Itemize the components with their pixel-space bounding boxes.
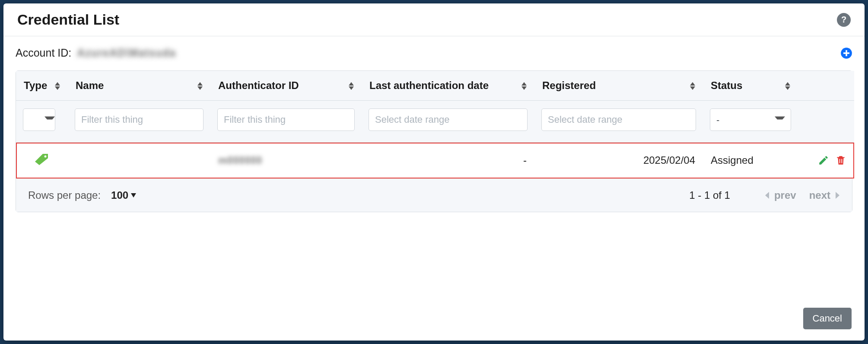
- credential-table: Type Name: [16, 70, 852, 212]
- pager-range: 1 - 1 of 1: [689, 189, 730, 201]
- svg-marker-9: [349, 86, 354, 90]
- col-header-type-label: Type: [24, 80, 47, 91]
- svg-marker-4: [55, 82, 60, 86]
- sort-toggle-name[interactable]: [197, 82, 203, 90]
- col-header-registered-label: Registered: [542, 80, 596, 91]
- cell-name: [68, 143, 210, 178]
- col-header-lastauth-label: Last authentication date: [369, 80, 489, 91]
- col-header-last-auth[interactable]: Last authentication date: [362, 71, 534, 101]
- rows-per-page-select[interactable]: 100: [111, 189, 136, 201]
- col-header-status[interactable]: Status: [703, 71, 798, 101]
- cell-status: Assigned: [703, 143, 798, 178]
- help-icon[interactable]: ?: [837, 13, 851, 27]
- filter-lastauth-input[interactable]: [369, 108, 528, 131]
- caret-down-icon: [197, 86, 203, 90]
- rows-per-page-value: 100: [111, 189, 128, 201]
- add-credential-button[interactable]: [840, 47, 852, 59]
- chevron-right-icon: [835, 192, 840, 199]
- svg-marker-12: [690, 82, 695, 86]
- col-header-status-label: Status: [711, 80, 742, 91]
- account-id-value: AzureAD\Matsuda: [77, 47, 176, 59]
- edit-icon: [818, 155, 829, 166]
- modal-footer: Cancel: [3, 300, 865, 341]
- caret-up-icon: [521, 82, 527, 86]
- caret-down-icon: [131, 193, 136, 197]
- filter-registered-input[interactable]: [541, 108, 696, 131]
- pager: Rows per page: 100 1 - 1 of 1 prev next: [16, 178, 852, 212]
- caret-down-icon: [521, 86, 527, 90]
- svg-marker-8: [349, 82, 354, 86]
- svg-rect-3: [846, 50, 847, 56]
- caret-up-icon: [785, 82, 790, 86]
- edit-button[interactable]: [818, 155, 829, 166]
- caret-down-icon: [349, 86, 354, 90]
- chevron-left-icon: [765, 192, 770, 199]
- cell-last-auth: -: [362, 143, 534, 178]
- pager-prev[interactable]: prev: [765, 189, 796, 201]
- svg-marker-7: [197, 86, 203, 90]
- table-filter-row: -: [16, 101, 854, 143]
- col-header-name[interactable]: Name: [68, 71, 210, 101]
- delete-button[interactable]: [835, 155, 846, 166]
- cancel-button[interactable]: Cancel: [803, 308, 852, 329]
- caret-down-icon: [785, 86, 790, 90]
- cell-authenticator-id: m000000: [210, 143, 362, 178]
- col-header-authenticator-id[interactable]: Authenticator ID: [210, 71, 362, 101]
- pager-next[interactable]: next: [809, 189, 840, 201]
- col-header-authid-label: Authenticator ID: [218, 80, 299, 91]
- svg-marker-13: [690, 86, 695, 90]
- filter-status-select[interactable]: -: [710, 108, 791, 131]
- svg-marker-11: [521, 86, 527, 90]
- caret-down-icon: [55, 86, 60, 90]
- caret-up-icon: [55, 82, 60, 86]
- sort-toggle-type[interactable]: [55, 82, 60, 90]
- cell-registered: 2025/02/04: [534, 143, 703, 178]
- modal-body: Account ID: AzureAD\Matsuda Type: [3, 36, 865, 300]
- svg-point-17: [45, 156, 47, 158]
- caret-down-icon: [690, 86, 695, 90]
- col-header-actions: [798, 71, 854, 101]
- svg-marker-6: [197, 82, 203, 86]
- svg-marker-21: [765, 192, 769, 199]
- col-header-type[interactable]: Type: [16, 71, 68, 101]
- trash-icon: [835, 155, 846, 166]
- tag-icon: [33, 156, 51, 168]
- svg-text:?: ?: [841, 15, 846, 24]
- sort-toggle-authid[interactable]: [349, 82, 354, 90]
- pager-prev-label: prev: [774, 189, 796, 201]
- filter-authid-input[interactable]: [217, 108, 355, 131]
- svg-marker-10: [521, 82, 527, 86]
- sort-toggle-registered[interactable]: [690, 82, 695, 90]
- svg-marker-16: [35, 154, 48, 165]
- filter-type-select[interactable]: [23, 108, 55, 131]
- account-id-label: Account ID:: [16, 47, 71, 59]
- table-header-row: Type Name: [16, 71, 854, 101]
- filter-name-input[interactable]: [75, 108, 203, 131]
- credential-list-modal: Credential List ? Account ID: AzureAD\Ma…: [3, 3, 865, 341]
- modal-header: Credential List ?: [3, 3, 865, 36]
- caret-up-icon: [197, 82, 203, 86]
- svg-marker-20: [131, 193, 136, 197]
- svg-marker-14: [785, 82, 790, 86]
- svg-rect-18: [839, 159, 840, 163]
- svg-marker-15: [785, 86, 790, 90]
- caret-up-icon: [690, 82, 695, 86]
- modal-title: Credential List: [17, 11, 119, 28]
- sort-toggle-status[interactable]: [785, 82, 790, 90]
- sort-toggle-lastauth[interactable]: [521, 82, 527, 90]
- col-header-registered[interactable]: Registered: [534, 71, 703, 101]
- svg-rect-19: [842, 159, 843, 163]
- account-id-row: Account ID: AzureAD\Matsuda: [16, 47, 852, 59]
- rows-per-page-label: Rows per page:: [28, 189, 101, 201]
- table-row[interactable]: m000000 - 2025/02/04 Assigned: [16, 143, 854, 178]
- svg-marker-5: [55, 86, 60, 90]
- svg-marker-22: [836, 192, 839, 199]
- col-header-name-label: Name: [76, 80, 104, 91]
- caret-up-icon: [349, 82, 354, 86]
- pager-next-label: next: [809, 189, 830, 201]
